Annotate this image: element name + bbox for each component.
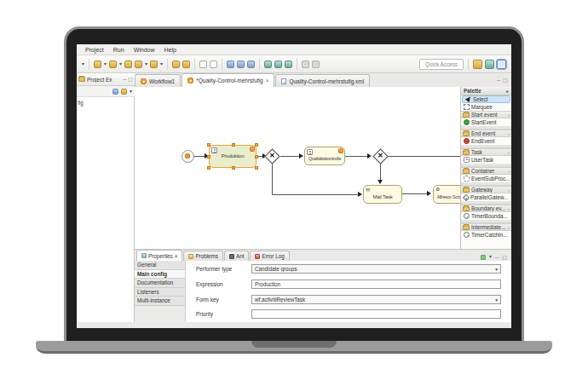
tab-problems[interactable]: Problems (183, 251, 223, 261)
tab-ant[interactable]: Ant (224, 251, 249, 261)
section-general[interactable]: General (135, 261, 185, 270)
palette-drawer-container[interactable]: Container ‹ (461, 167, 511, 175)
sequence-flow[interactable] (272, 194, 360, 195)
palette-header[interactable]: Palette ▸ (461, 87, 511, 95)
perspective-debug-icon[interactable] (485, 60, 494, 69)
paste-icon[interactable] (210, 61, 217, 68)
task-qualitaetskontrolle[interactable]: Qualitätskontrolle (304, 147, 345, 165)
resize-handle[interactable] (255, 143, 258, 147)
close-icon[interactable]: × (266, 78, 269, 84)
align-right-icon[interactable] (247, 61, 255, 68)
palette-item-timercatching[interactable]: TimerCatchin... (461, 231, 511, 239)
dropdown-icon[interactable]: ▾ (160, 61, 163, 68)
palette-item-timerboundary[interactable]: TimerBounda... (461, 212, 511, 220)
align-center-icon[interactable] (237, 61, 245, 68)
task-mail[interactable]: ✉ Mail Task (363, 185, 402, 204)
copy-icon[interactable] (199, 61, 207, 68)
palette-item-parallelgateway[interactable]: ParallelGatew... (461, 193, 511, 201)
tab-workflow1[interactable]: Workflow1 (135, 74, 181, 87)
collapse-all-icon[interactable] (112, 89, 118, 95)
search-icon[interactable] (312, 61, 320, 68)
resize-handle[interactable] (207, 155, 210, 159)
sequence-flow[interactable] (280, 156, 301, 157)
dropdown-icon[interactable]: ▾ (82, 61, 84, 68)
section-main-config[interactable]: Main config (135, 270, 185, 280)
back-icon[interactable] (150, 61, 158, 68)
maximize-icon[interactable]: ▢ (502, 254, 507, 261)
resize-handle[interactable] (232, 166, 235, 170)
perspective-activiti-icon[interactable] (497, 60, 506, 69)
menu-run[interactable]: Run (113, 47, 124, 53)
menu-help[interactable]: Help (164, 47, 176, 53)
palette-tool-select[interactable]: Select (462, 95, 510, 103)
palette-item-usertask[interactable]: UserTask (461, 156, 511, 164)
match-size-icon[interactable] (274, 61, 282, 68)
debug-icon[interactable] (182, 61, 190, 68)
tab-project-explorer[interactable]: Project Ex ─ ▢ (77, 73, 135, 86)
tab-quality-control-diagram[interactable]: *Quality-Control-mehrstufig × (182, 73, 274, 87)
sequence-flow[interactable] (389, 156, 467, 157)
view-menu-icon[interactable]: ▾ (130, 88, 132, 95)
tree-item-label[interactable]: fig (78, 100, 84, 106)
sequence-flow[interactable] (272, 162, 273, 194)
palette-drawer-boundary[interactable]: Boundary ev... ‹ (461, 205, 511, 212)
resize-handle[interactable] (207, 143, 210, 147)
tab-quality-control-xml[interactable]: x Quality-Control-mehrstufig.xml (275, 74, 370, 87)
performer-type-select[interactable]: Candidate groups ▾ (251, 264, 501, 274)
palette-item-endevent[interactable]: EndEvent (461, 137, 511, 145)
undo-icon[interactable] (124, 61, 132, 68)
grid-icon[interactable] (285, 61, 292, 68)
minimize-icon[interactable]: ─ (497, 77, 500, 84)
start-event-node[interactable] (182, 150, 194, 163)
minimize-icon[interactable]: ─ (123, 76, 126, 83)
new-wizard-icon[interactable] (94, 61, 101, 68)
minimize-icon[interactable]: ─ (495, 254, 499, 261)
sequence-flow[interactable] (345, 156, 369, 157)
section-listeners[interactable]: Listeners (135, 288, 185, 297)
section-multi-instance[interactable]: Multi-instance (135, 297, 185, 306)
palette-drawer-intermediate[interactable]: Intermediate... ‹ (461, 223, 511, 231)
resize-handle[interactable] (207, 166, 210, 170)
sequence-flow[interactable] (380, 162, 381, 182)
close-icon[interactable]: × (175, 253, 178, 259)
section-documentation[interactable]: Documentation (135, 279, 185, 288)
menu-project[interactable]: Project (85, 47, 104, 53)
explorer-tree[interactable]: fig (77, 97, 134, 322)
palette-item-startevent[interactable]: StartEvent (461, 118, 511, 126)
link-with-editor-icon[interactable] (121, 89, 127, 95)
palette-item-eventsubprocess[interactable]: EventSubProc... (461, 175, 511, 182)
task-produktion[interactable]: Produktion (209, 145, 257, 168)
redo-icon[interactable] (135, 61, 142, 68)
form-key-select[interactable]: wf:activitiReviewTask ▾ (251, 295, 501, 304)
resize-handle[interactable] (255, 166, 258, 170)
palette-drawer-end-event[interactable]: End event ‹ (461, 130, 511, 137)
align-left-icon[interactable] (227, 61, 234, 68)
maximize-icon[interactable]: ▢ (128, 76, 133, 83)
zoom-icon[interactable] (302, 61, 309, 68)
distribute-icon[interactable] (264, 61, 272, 68)
menu-window[interactable]: Window (134, 47, 155, 53)
palette-collapse-icon[interactable]: ▸ (506, 89, 509, 94)
view-menu-icon[interactable]: ▾ (489, 253, 492, 261)
resize-handle[interactable] (255, 155, 258, 159)
palette-drawer-task[interactable]: Task ‹ (461, 148, 511, 156)
maximize-icon[interactable]: ▢ (503, 77, 508, 84)
tab-error-log[interactable]: Error Log (250, 251, 289, 261)
dropdown-icon[interactable]: ▾ (145, 61, 147, 68)
run-icon[interactable] (172, 61, 180, 68)
pin-view-icon[interactable] (481, 255, 486, 260)
dropdown-icon[interactable]: ▾ (104, 61, 107, 68)
palette-drawer-gateway[interactable]: Gateway ‹ (461, 186, 511, 193)
palette-drawer-start-event[interactable]: Start event ‹ (461, 111, 511, 118)
palette-tool-marquee[interactable]: Marquee (461, 103, 511, 111)
quick-access-input[interactable]: Quick Access (419, 59, 464, 70)
priority-input[interactable] (255, 310, 498, 318)
save-icon[interactable] (109, 61, 117, 68)
dropdown-icon[interactable]: ▾ (119, 61, 122, 68)
resize-handle[interactable] (232, 143, 235, 147)
tab-properties[interactable]: Properties × (136, 250, 182, 261)
bpmn-canvas[interactable]: Produktion ✕ Qualitätskontrolle ✕ ✉ Mail… (135, 87, 511, 249)
sequence-flow[interactable] (402, 193, 429, 194)
expression-input[interactable] (255, 280, 498, 288)
perspective-resource-icon[interactable] (473, 60, 482, 69)
